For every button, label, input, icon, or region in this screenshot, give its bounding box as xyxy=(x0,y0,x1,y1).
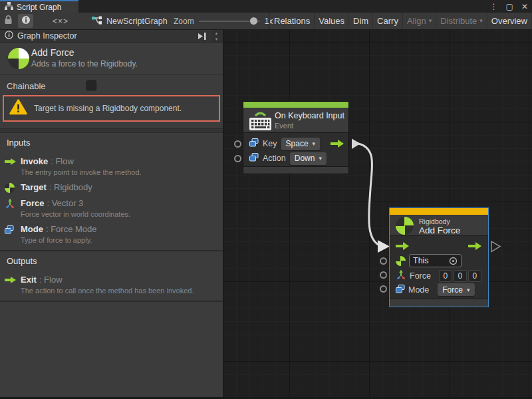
rigidbody-icon xyxy=(5,182,17,193)
tab-label: Script Graph xyxy=(17,3,61,12)
graph-toolbar: <×> NewScriptGraph Zoom 1x Relations Val… xyxy=(0,13,532,30)
action-row: Action Down ▾ xyxy=(249,152,327,165)
action-dropdown[interactable]: Down ▾ xyxy=(290,152,327,165)
node-title: Add Force xyxy=(419,225,460,235)
flow-arrow-icon xyxy=(5,275,17,285)
script-graph-window: Script Graph ⋮ ▢ ✕ xyxy=(0,0,532,399)
input-force: Force: Vector 3 Force vector in world co… xyxy=(0,196,223,221)
menu-icon[interactable]: ⋮ xyxy=(490,2,498,11)
tab-bar: Script Graph ⋮ ▢ ✕ xyxy=(0,0,532,13)
code-icon: <×> xyxy=(53,17,68,26)
inspector-toggle-button[interactable] xyxy=(18,14,33,28)
enum-icon xyxy=(396,284,405,296)
relations-button[interactable]: Relations xyxy=(269,13,314,29)
distribute-button[interactable]: Distribute▾ xyxy=(436,13,486,29)
event-color-bar xyxy=(243,102,348,108)
rigidbody-icon xyxy=(396,217,414,235)
outputs-title: Outputs xyxy=(7,256,216,266)
warning-banner: Target is missing a Rigidbody component. xyxy=(3,95,220,122)
maximize-icon[interactable]: ▢ xyxy=(506,2,513,11)
rigidbody-icon xyxy=(8,48,29,69)
zoom-slider-handle[interactable] xyxy=(250,17,257,25)
graph-tab-icon xyxy=(5,2,13,12)
action-label: Action xyxy=(263,154,286,163)
warning-color-bar xyxy=(390,208,488,215)
graph-name-label: NewScriptGraph xyxy=(106,17,168,26)
af-mode-port[interactable] xyxy=(380,285,387,293)
output-exit: Exit: Flow The action to call once the m… xyxy=(0,272,223,302)
target-row: This xyxy=(396,254,462,267)
values-button[interactable]: Values xyxy=(314,13,348,29)
chevron-down-icon: ▾ xyxy=(313,140,316,147)
key-dropdown[interactable]: Space ▾ xyxy=(281,138,321,150)
preview-code-button[interactable]: <×> xyxy=(53,13,68,29)
chainable-row: Chainable xyxy=(0,75,223,96)
enum-icon xyxy=(249,152,259,164)
node-kicker: Rigidbody xyxy=(419,217,450,225)
node-footer xyxy=(390,299,488,307)
align-button[interactable]: Align▾ xyxy=(402,13,436,29)
input-invoke: Invoke: Flow The entry point to invoke t… xyxy=(0,154,223,180)
trigger-in-port[interactable] xyxy=(396,241,410,251)
key-row: Key Space ▾ xyxy=(249,137,320,150)
keyboard-icon xyxy=(248,109,273,134)
graph-name-group: NewScriptGraph xyxy=(92,13,168,29)
node-footer xyxy=(243,166,348,174)
force-z-field[interactable]: 0 xyxy=(468,270,481,282)
input-mode: Mode: Force Mode Type of force to apply. xyxy=(0,221,223,251)
on-keyboard-input-node[interactable]: On Keyboard Input Event Key Space ▾ xyxy=(243,101,349,174)
close-icon[interactable]: ✕ xyxy=(521,2,528,11)
exit-flow-port[interactable] xyxy=(468,241,482,251)
chevron-down-icon: ▾ xyxy=(429,13,432,29)
carry-button[interactable]: Carry xyxy=(372,13,402,29)
force-x-field[interactable]: 0 xyxy=(439,270,452,282)
unit-description: Adds a force to the Rigidbody. xyxy=(31,59,138,68)
zoom-label: Zoom xyxy=(174,17,194,26)
graph-inspector-header: Graph Inspector ▲ ▼ xyxy=(0,30,223,43)
dim-button[interactable]: Dim xyxy=(348,13,372,29)
add-force-node[interactable]: Rigidbody Add Force This xyxy=(389,207,489,307)
overview-button[interactable]: Overview xyxy=(487,13,531,29)
scrub-up-button[interactable]: ▲ xyxy=(211,31,221,36)
info-icon xyxy=(5,31,13,41)
inputs-title: Inputs xyxy=(7,138,216,148)
object-picker-icon[interactable] xyxy=(449,257,458,265)
mode-label: Mode xyxy=(408,285,429,295)
inputs-section: Inputs Invoke: Flow The entry point to i… xyxy=(0,138,223,251)
input-target: Target: Rigidbody xyxy=(0,180,223,196)
zoom-control: Zoom 1x xyxy=(174,13,273,29)
vector3-icon xyxy=(396,269,406,283)
kb-action-port[interactable] xyxy=(234,155,241,162)
kb-key-port[interactable] xyxy=(234,140,241,148)
zoom-slider[interactable] xyxy=(199,21,260,22)
target-field[interactable]: This xyxy=(409,254,462,267)
vector3-icon xyxy=(5,198,17,209)
panel-scrubber: ▲ ▼ xyxy=(211,31,221,42)
warning-text: Target is missing a Rigidbody component. xyxy=(34,104,182,113)
rigidbody-icon xyxy=(396,256,406,266)
selected-unit-summary: Add Force Adds a force to the Rigidbody. xyxy=(0,43,223,75)
chainable-checkbox[interactable] xyxy=(86,80,96,90)
chainable-label: Chainable xyxy=(7,81,46,91)
tab-script-graph[interactable]: Script Graph xyxy=(0,0,78,13)
outputs-section: Outputs Exit: Flow The action to call on… xyxy=(0,256,223,302)
scrub-down-button[interactable]: ▼ xyxy=(211,37,221,42)
graph-asset-icon xyxy=(92,16,102,27)
mode-dropdown[interactable]: Force ▾ xyxy=(438,283,474,296)
trigger-out-port[interactable] xyxy=(331,139,344,148)
force-y-field[interactable]: 0 xyxy=(454,270,467,282)
chevron-down-icon: ▾ xyxy=(467,287,470,293)
enum-icon xyxy=(5,224,17,235)
af-target-port[interactable] xyxy=(380,257,387,265)
key-label: Key xyxy=(263,139,277,148)
lock-button[interactable] xyxy=(4,13,13,29)
node-header: On Keyboard Input Event xyxy=(243,108,348,133)
panel-title: Graph Inspector xyxy=(17,31,77,41)
force-row: Force 0 0 0 xyxy=(396,269,483,283)
dock-panel-button[interactable] xyxy=(198,32,207,43)
af-force-port[interactable] xyxy=(380,271,387,279)
flow-arrow-icon xyxy=(5,156,17,167)
chevron-down-icon: ▾ xyxy=(479,13,483,29)
warning-icon xyxy=(9,99,27,118)
toolbar-button-group: Relations Values Dim Carry Align▾ Distri… xyxy=(269,13,532,29)
